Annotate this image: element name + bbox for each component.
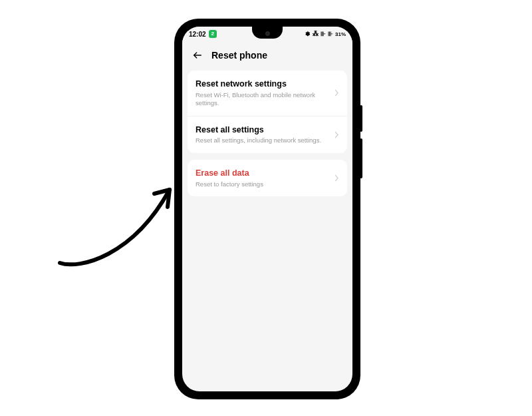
phone-screen: 12:02 2 ✽ ⁂ ⊪ ⊪ 31% Reset phone (182, 27, 352, 391)
volume-button (360, 138, 362, 178)
back-button[interactable] (192, 49, 203, 61)
item-reset-network-settings[interactable]: Reset network settings Reset Wi-Fi, Blue… (188, 71, 347, 116)
chevron-right-icon (334, 89, 339, 97)
item-title: Erase all data (196, 168, 329, 179)
item-subtitle: Reset all settings, including network se… (196, 136, 329, 144)
item-subtitle: Reset Wi-Fi, Bluetooth and mobile networ… (196, 91, 329, 108)
sim-badge: 2 (209, 30, 217, 38)
settings-list: Reset network settings Reset Wi-Fi, Blue… (182, 71, 352, 196)
item-subtitle: Reset to factory settings (196, 180, 329, 188)
chevron-right-icon (334, 174, 339, 182)
item-erase-all-data[interactable]: Erase all data Reset to factory settings (188, 160, 347, 196)
power-button (360, 105, 362, 132)
signal-icon: ⊪ (328, 31, 333, 37)
item-reset-all-settings[interactable]: Reset all settings Reset all settings, i… (188, 116, 347, 153)
page-title: Reset phone (211, 50, 267, 61)
item-title: Reset all settings (196, 124, 329, 136)
arrow-left-icon (192, 50, 203, 61)
settings-group-general: Reset network settings Reset Wi-Fi, Blue… (188, 71, 347, 153)
item-title: Reset network settings (196, 79, 329, 90)
status-time: 12:02 (189, 31, 206, 38)
bluetooth-icon: ⁂ (313, 31, 319, 37)
phone-frame: 12:02 2 ✽ ⁂ ⊪ ⊪ 31% Reset phone (174, 19, 360, 399)
signal-icon: ⊪ (321, 31, 326, 37)
bluetooth-icon: ✽ (305, 31, 311, 37)
page-header: Reset phone (182, 41, 352, 71)
settings-group-erase: Erase all data Reset to factory settings (188, 160, 347, 196)
notch (252, 27, 283, 39)
battery-text: 31% (335, 31, 346, 37)
chevron-right-icon (334, 131, 339, 138)
